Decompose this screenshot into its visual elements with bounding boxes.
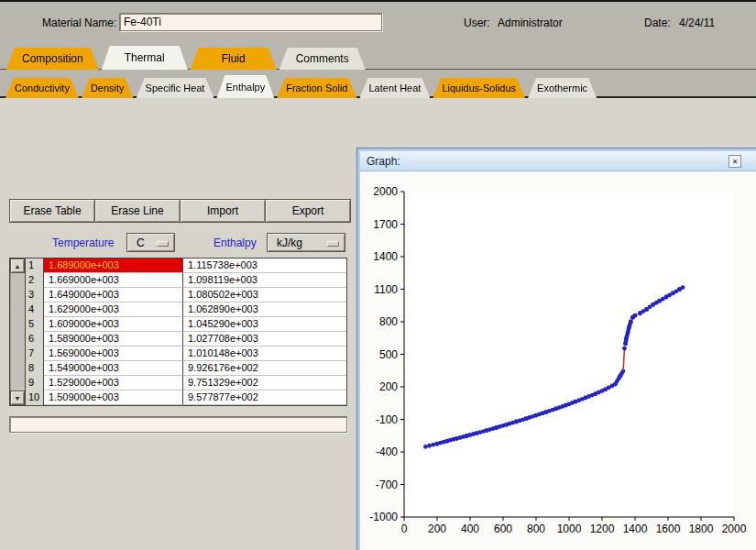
tab-fluid[interactable]: Fluid: [191, 48, 277, 70]
temperature-unit-dropdown[interactable]: C: [126, 233, 175, 252]
tab-enthalpy[interactable]: Enthalpy: [216, 75, 274, 98]
tab-latent-heat[interactable]: Latent Heat: [360, 78, 431, 98]
x-tick-label: 2000: [722, 522, 747, 535]
material-name-label: Material Name:: [42, 16, 116, 29]
tab-fraction-solid[interactable]: Fraction Solid: [277, 78, 356, 98]
row-number: 10: [26, 390, 44, 405]
temperature-cell[interactable]: 1.629000e+003: [44, 302, 183, 317]
erase-line-button[interactable]: Erase Line: [94, 199, 181, 223]
tab-conductivity[interactable]: Conductivity: [5, 78, 79, 98]
row-number: 3: [26, 288, 44, 302]
material-name-input[interactable]: [119, 13, 382, 31]
enthalpy-unit-value: kJ/kg: [277, 236, 302, 249]
x-tick-label: 200: [428, 522, 446, 535]
temperature-cell[interactable]: 1.549000e+003: [44, 361, 183, 376]
y-tick-label: 1400: [373, 250, 398, 263]
enthalpy-chart: -1000-700-400-10020050080011001400170020…: [360, 171, 756, 550]
enthalpy-cell[interactable]: 9.751329e+002: [183, 376, 346, 390]
table-row: 51.609000e+0031.045290e+003: [26, 317, 346, 332]
close-icon[interactable]: ✕: [729, 155, 741, 168]
temperature-cell[interactable]: 1.689000e+003: [44, 258, 183, 273]
x-tick-label: 800: [527, 522, 545, 535]
graph-titlebar[interactable]: Graph: ✕: [360, 151, 756, 171]
enthalpy-unit-dropdown[interactable]: kJ/kg: [267, 233, 345, 252]
dropdown-indicator-icon: [157, 241, 169, 247]
tab-liquidus-solidus[interactable]: Liquidus-Solidus: [433, 78, 525, 98]
enthalpy-cell[interactable]: 1.045290e+003: [183, 317, 346, 332]
cell-entry-field[interactable]: [9, 416, 347, 433]
row-number: 9: [26, 376, 44, 390]
y-tick-label: -100: [376, 413, 398, 426]
x-tick-label: 1800: [689, 522, 714, 535]
primary-tab-bar: CompositionThermalFluidComments: [6, 46, 366, 70]
table-toolbar: Erase TableErase LineImportExport: [9, 199, 351, 223]
tab-label: Fluid: [222, 52, 246, 65]
row-number: 4: [26, 302, 44, 317]
table-row: 31.649000e+0031.080502e+003: [26, 288, 346, 302]
row-number: 6: [26, 332, 44, 346]
tab-label: Liquidus-Solidus: [442, 82, 516, 94]
enthalpy-column-label: Enthalpy: [214, 236, 257, 249]
export-button[interactable]: Export: [265, 199, 351, 223]
temperature-cell[interactable]: 1.509000e+003: [44, 390, 183, 405]
y-tick-label: 500: [379, 348, 398, 361]
temperature-cell[interactable]: 1.649000e+003: [44, 288, 183, 302]
table-row: 61.589000e+0031.027708e+003: [26, 332, 346, 346]
enthalpy-cell[interactable]: 1.062890e+003: [183, 302, 346, 317]
tab-label: Specific Heat: [146, 82, 205, 94]
scroll-down-icon[interactable]: ▼: [10, 390, 25, 405]
tab-label: Conductivity: [15, 82, 70, 94]
date-value: 4/24/11: [679, 16, 715, 29]
enthalpy-cell[interactable]: 1.115738e+003: [183, 258, 346, 273]
y-tick-label: 200: [379, 380, 398, 393]
user-label: User:: [464, 16, 490, 29]
enthalpy-cell[interactable]: 9.577877e+002: [183, 390, 346, 405]
enthalpy-cell[interactable]: 1.080502e+003: [183, 288, 346, 302]
date-label: Date:: [644, 16, 671, 29]
temperature-column-label: Temperature: [52, 236, 114, 249]
row-number: 7: [26, 346, 44, 361]
tab-comments[interactable]: Comments: [279, 48, 366, 70]
graph-window: Graph: ✕ -1000-700-400-10020050080011001…: [357, 148, 756, 550]
tab-thermal[interactable]: Thermal: [102, 46, 188, 70]
table-row: 101.509000e+0039.577877e+002: [26, 390, 346, 405]
table-scrollbar[interactable]: ▲ ▼: [10, 258, 26, 405]
tab-label: Thermal: [125, 51, 165, 64]
material-database-window: Material Name: User: Administrator Date:…: [0, 0, 756, 550]
temperature-cell[interactable]: 1.589000e+003: [44, 332, 183, 346]
tab-label: Density: [91, 82, 125, 94]
enthalpy-cell[interactable]: 1.098119e+003: [183, 273, 346, 288]
row-number: 1: [26, 258, 44, 273]
tab-specific-heat[interactable]: Specific Heat: [137, 78, 214, 98]
x-tick-label: 0: [401, 522, 408, 535]
x-tick-label: 1000: [557, 522, 582, 535]
temperature-cell[interactable]: 1.609000e+003: [44, 317, 183, 332]
x-tick-label: 400: [461, 522, 479, 535]
import-button[interactable]: Import: [180, 199, 266, 223]
tab-label: Latent Heat: [369, 82, 422, 94]
scroll-up-icon[interactable]: ▲: [10, 258, 25, 273]
tab-composition[interactable]: Composition: [6, 48, 99, 70]
enthalpy-cell[interactable]: 1.010148e+003: [183, 346, 346, 361]
top-bar: Material Name: User: Administrator Date:…: [0, 2, 756, 43]
tab-label: Exothermic: [537, 82, 587, 94]
enthalpy-cell[interactable]: 9.926176e+002: [183, 361, 346, 376]
enthalpy-cell[interactable]: 1.027708e+003: [183, 332, 346, 346]
graph-client: -1000-700-400-10020050080011001400170020…: [360, 171, 756, 550]
row-number: 8: [26, 361, 44, 376]
scrollbar-track[interactable]: [10, 273, 25, 390]
table-row: 11.689000e+0031.115738e+003: [26, 258, 346, 273]
y-tick-label: -400: [376, 446, 398, 458]
table-row: 91.529000e+0039.751329e+002: [26, 376, 346, 390]
tab-exothermic[interactable]: Exothermic: [528, 78, 597, 98]
temperature-cell[interactable]: 1.529000e+003: [44, 376, 183, 390]
y-tick-label: -700: [376, 478, 398, 491]
erase-table-button[interactable]: Erase Table: [9, 199, 95, 223]
tab-label: Comments: [296, 52, 349, 65]
tab-density[interactable]: Density: [82, 78, 134, 98]
tab-label: Composition: [22, 52, 83, 65]
temperature-cell[interactable]: 1.669000e+003: [44, 273, 183, 288]
x-tick-label: 1200: [590, 522, 615, 535]
dropdown-indicator-icon: [327, 241, 339, 247]
temperature-cell[interactable]: 1.569000e+003: [44, 346, 183, 361]
